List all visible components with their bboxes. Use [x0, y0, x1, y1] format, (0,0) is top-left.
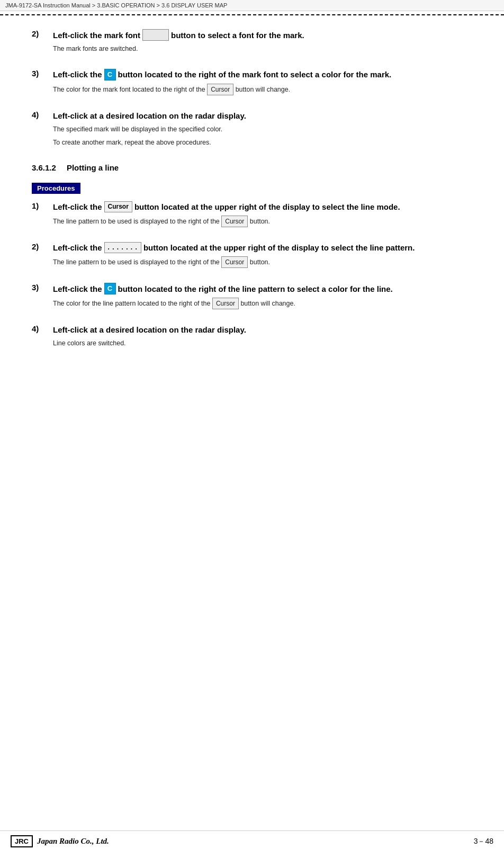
step1b-desc-text1: The line pattern to be used is displayed… — [53, 218, 220, 225]
step-3b: 3) Left-click the C button located to th… — [32, 283, 472, 309]
step-4b: 4) Left-click at a desired location on t… — [32, 324, 472, 348]
step4-desc1: The specified mark will be displayed in … — [53, 124, 472, 135]
step2-text2: button to select a font for the mark. — [171, 30, 304, 41]
step3b-text1: Left-click the — [53, 283, 102, 294]
step2b-desc: The line pattern to be used is displayed… — [53, 256, 472, 268]
step4-description2: To create another mark, repeat the above… — [53, 139, 211, 146]
step-number-3: 3) — [32, 69, 53, 78]
step-content-2: Left-click the mark font button to selec… — [53, 29, 472, 54]
step4-text: Left-click at a desired location on the … — [53, 110, 246, 121]
step2-description: The mark fonts are switched. — [53, 45, 138, 52]
step-title-4: Left-click at a desired location on the … — [53, 110, 472, 121]
step3b-text2: button located to the right of the line … — [118, 283, 393, 294]
section-number: 3.6.1.2 — [32, 163, 56, 172]
section-3612: 3.6.1.2 Plotting a line Procedures 1) Le… — [32, 163, 472, 348]
step-title-4b: Left-click at a desired location on the … — [53, 324, 472, 335]
step3-desc-text2: button will change. — [236, 86, 291, 93]
step3-text2: button located to the right of the mark … — [118, 69, 392, 80]
step3b-desc-text2: button will change. — [240, 300, 295, 307]
color-button-mark[interactable]: C — [104, 69, 116, 81]
step-1b: 1) Left-click the Cursor button located … — [32, 201, 472, 227]
step-number-3b: 3) — [32, 283, 53, 292]
step3-desc: The color for the mark font located to t… — [53, 84, 472, 95]
step-content-3b: Left-click the C button located to the r… — [53, 283, 472, 309]
step2-text1: Left-click the mark font — [53, 30, 140, 41]
step4b-desc: Line colors are switched. — [53, 338, 472, 348]
step-number-4b: 4) — [32, 324, 53, 333]
step-2: 2) Left-click the mark font button to se… — [32, 29, 472, 54]
step1b-desc: The line pattern to be used is displayed… — [53, 216, 472, 227]
procedures-badge: Procedures — [32, 183, 80, 194]
section-heading: 3.6.1.2 Plotting a line — [32, 163, 472, 172]
mark-font-button[interactable] — [142, 29, 169, 41]
step3-desc-text1: The color for the mark font located to t… — [53, 86, 205, 93]
step-title-3: Left-click the C button located to the r… — [53, 69, 472, 81]
step-number-2: 2) — [32, 29, 53, 38]
step-title-1b: Left-click the Cursor button located at … — [53, 201, 472, 212]
top-breadcrumb: JMA-9172-SA Instruction Manual > 3.BASIC… — [0, 0, 504, 11]
step-title-2b: Left-click the . . . . . . . button loca… — [53, 242, 472, 253]
company-name: Japan Radio Co., Ltd. — [37, 837, 109, 846]
step4b-text: Left-click at a desired location on the … — [53, 324, 246, 335]
cursor-button-1[interactable]: Cursor — [207, 84, 233, 95]
step2b-text2: button located at the upper right of the… — [143, 242, 415, 253]
step-3: 3) Left-click the C button located to th… — [32, 69, 472, 95]
step3b-desc-text1: The color for the line pattern located t… — [53, 300, 210, 307]
step-2b: 2) Left-click the . . . . . . . button l… — [32, 242, 472, 268]
step4-desc2: To create another mark, repeat the above… — [53, 138, 472, 148]
step1b-desc-text2: button. — [250, 218, 270, 225]
step2-desc: The mark fonts are switched. — [53, 44, 472, 54]
step-title-3b: Left-click the C button located to the r… — [53, 283, 472, 294]
step1b-text1: Left-click the — [53, 201, 102, 212]
step2b-text1: Left-click the — [53, 242, 102, 253]
step-number-2b: 2) — [32, 242, 53, 251]
dashed-pattern-button[interactable]: . . . . . . . — [104, 242, 141, 253]
jrc-logo: JRC — [11, 835, 33, 847]
footer-logo: JRC Japan Radio Co., Ltd. — [11, 835, 109, 847]
step2b-desc-text1: The line pattern to be used is displayed… — [53, 258, 220, 266]
section-title: Plotting a line — [67, 163, 119, 172]
step3-text1: Left-click the — [53, 69, 102, 80]
page-footer: JRC Japan Radio Co., Ltd. 3－48 — [0, 830, 504, 847]
breadcrumb-text: JMA-9172-SA Instruction Manual > 3.BASIC… — [5, 2, 227, 8]
cursor-button-3[interactable]: Cursor — [221, 256, 248, 268]
step-content-3: Left-click the C button located to the r… — [53, 69, 472, 95]
step4-description1: The specified mark will be displayed in … — [53, 126, 222, 133]
step-content-1b: Left-click the Cursor button located at … — [53, 201, 472, 227]
step-content-2b: Left-click the . . . . . . . button loca… — [53, 242, 472, 268]
step3b-desc: The color for the line pattern located t… — [53, 298, 472, 309]
dashed-divider — [0, 14, 504, 15]
cursor-button-2[interactable]: Cursor — [221, 216, 248, 227]
procedures-label: Procedures — [37, 184, 75, 192]
step1b-text2: button located at the upper right of the… — [134, 201, 400, 212]
step-content-4b: Left-click at a desired location on the … — [53, 324, 472, 348]
step-content-4: Left-click at a desired location on the … — [53, 110, 472, 148]
step2b-desc-text2: button. — [250, 258, 270, 266]
step-title-2: Left-click the mark font button to selec… — [53, 29, 472, 41]
cursor-button-4[interactable]: Cursor — [212, 298, 239, 309]
step-number-4: 4) — [32, 110, 53, 119]
step4b-description: Line colors are switched. — [53, 339, 126, 347]
color-button-line[interactable]: C — [104, 283, 116, 294]
step-number-1b: 1) — [32, 201, 53, 210]
cursor-button-upper-right[interactable]: Cursor — [104, 201, 132, 212]
step-4: 4) Left-click at a desired location on t… — [32, 110, 472, 148]
page-number: 3－48 — [474, 837, 493, 846]
